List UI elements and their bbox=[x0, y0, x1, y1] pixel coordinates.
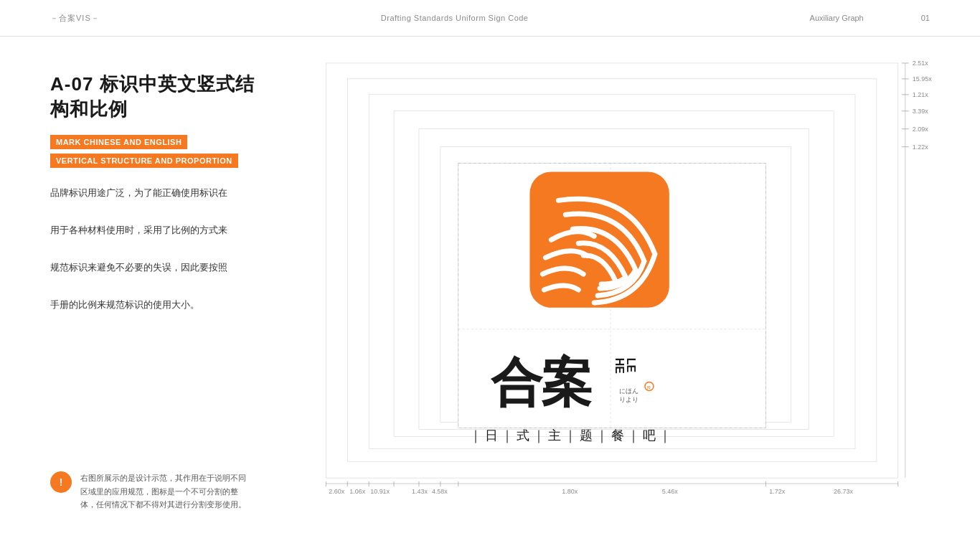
badge-vertical: VERTICAL STRUCTURE AND PROPORTION bbox=[50, 154, 238, 168]
svg-text:りより: りより bbox=[619, 396, 639, 403]
header-divider bbox=[0, 36, 980, 37]
svg-text:1.72x: 1.72x bbox=[769, 488, 785, 495]
left-content: A-07 标识中英文竖式结构和比例 MARK CHINESE AND ENGLI… bbox=[50, 72, 273, 314]
svg-text:4.58x: 4.58x bbox=[432, 488, 448, 495]
svg-text:10.91x: 10.91x bbox=[370, 488, 390, 495]
svg-text:1.06x: 1.06x bbox=[349, 488, 365, 495]
svg-text:R: R bbox=[647, 385, 651, 390]
svg-text:15.95x: 15.95x bbox=[913, 75, 932, 83]
page: －合案VIS－ Drafting Standards Uniform Sign … bbox=[0, 0, 980, 551]
svg-text:1.21x: 1.21x bbox=[913, 91, 928, 98]
badge-chinese-english: MARK CHINESE AND ENGLISH bbox=[50, 135, 187, 149]
svg-text:1.80x: 1.80x bbox=[562, 488, 578, 495]
svg-text:2.60x: 2.60x bbox=[329, 488, 344, 495]
svg-text:1.22x: 1.22x bbox=[913, 143, 928, 151]
svg-text:3.39x: 3.39x bbox=[913, 108, 928, 115]
svg-text:1.43x: 1.43x bbox=[412, 488, 428, 495]
warning-icon: ! bbox=[50, 471, 72, 493]
header-right: Auxiliary Graph 01 bbox=[810, 14, 930, 22]
svg-text:2.51x: 2.51x bbox=[913, 60, 928, 67]
svg-text:合案: 合案 bbox=[490, 353, 592, 411]
description-text: 品牌标识用途广泛，为了能正确使用标识在 用于各种材料使用时，采用了比例的方式来 … bbox=[50, 184, 273, 314]
svg-text:HE: HE bbox=[613, 358, 626, 374]
header: －合案VIS－ Drafting Standards Uniform Sign … bbox=[0, 0, 980, 36]
section-label: Auxiliary Graph bbox=[810, 14, 864, 22]
doc-title: Drafting Standards Uniform Sign Code bbox=[381, 14, 529, 22]
svg-text:2.09x: 2.09x bbox=[913, 126, 928, 133]
svg-text:にほん: にほん bbox=[619, 387, 639, 395]
warning-box: ! 右图所展示的是设计示范，其作用在于说明不同区域里的应用规范，图标是一个不可分… bbox=[50, 471, 251, 512]
svg-text:5.46x: 5.46x bbox=[662, 488, 678, 495]
svg-text:LE: LE bbox=[625, 358, 637, 372]
page-number: 01 bbox=[921, 14, 930, 22]
right-diagram: 合案 HE LE R にほん りより ｜日｜式｜主｜题｜餐｜吧｜ 2.51x 1… bbox=[301, 57, 958, 501]
diagram-svg: 合案 HE LE R にほん りより ｜日｜式｜主｜题｜餐｜吧｜ 2.51x 1… bbox=[301, 57, 958, 501]
svg-text:26.73x: 26.73x bbox=[834, 488, 853, 495]
warning-text: 右图所展示的是设计示范，其作用在于说明不同区域里的应用规范，图标是一个不可分割的… bbox=[80, 471, 251, 512]
brand-label: －合案VIS－ bbox=[50, 13, 100, 24]
svg-text:｜日｜式｜主｜题｜餐｜吧｜: ｜日｜式｜主｜题｜餐｜吧｜ bbox=[469, 428, 674, 443]
section-title: A-07 标识中英文竖式结构和比例 bbox=[50, 72, 273, 122]
